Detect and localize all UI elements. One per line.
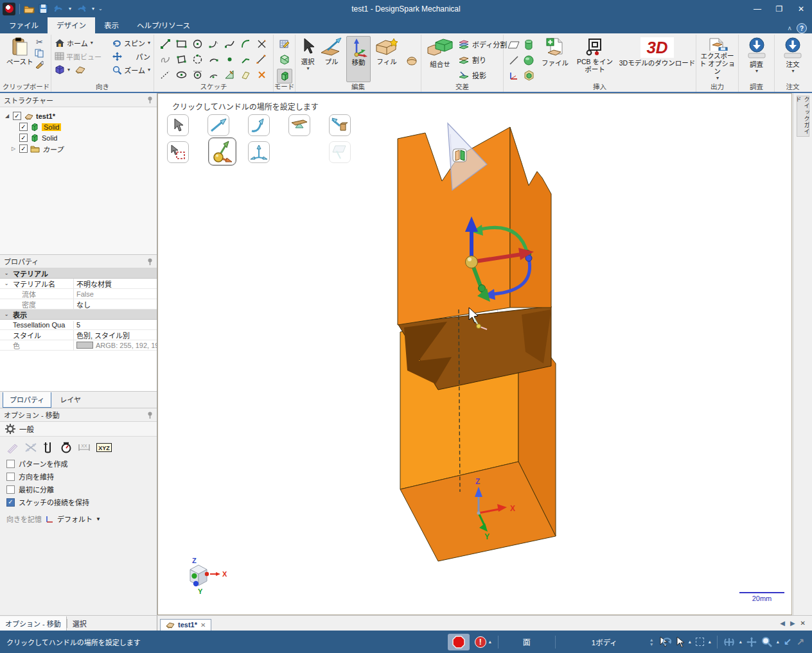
collapsed-icon[interactable]: ▷ (10, 146, 17, 152)
select-cursor-icon[interactable] (676, 636, 684, 647)
dropdown-icon[interactable]: ▼ (96, 516, 101, 522)
three-point-rect-icon[interactable] (173, 52, 189, 67)
project-button[interactable]: 投影 (458, 68, 507, 82)
pin-icon[interactable] (147, 96, 153, 103)
tab-view[interactable]: 表示 (95, 17, 128, 33)
undo-icon[interactable] (52, 4, 65, 13)
pan-tool-icon[interactable] (746, 637, 757, 647)
property-section[interactable]: ⌄ マテリアル (0, 268, 157, 279)
triad-gizmo-button[interactable] (208, 137, 236, 166)
tab-design[interactable]: デザイン (48, 17, 95, 33)
pan-icon[interactable] (112, 52, 122, 61)
rectangle-icon[interactable] (173, 37, 189, 51)
chevron-down-icon[interactable]: ⌄ (0, 311, 13, 317)
sketch-line-icon[interactable] (507, 53, 521, 67)
pan-label[interactable]: パン (136, 51, 150, 62)
pull-button[interactable]: プル (318, 36, 345, 82)
spin-icon[interactable] (112, 39, 122, 48)
close-button[interactable]: ✕ (790, 0, 812, 17)
record-button[interactable] (448, 634, 470, 650)
tab-help[interactable]: ヘルプ/リソース (128, 17, 199, 33)
property-section[interactable]: ⌄ 表示 (0, 309, 157, 320)
zoom-dropdown-icon[interactable]: ▴ (777, 639, 779, 645)
qat-overflow-icon[interactable]: ⌄ (98, 6, 103, 12)
corner-arc-icon[interactable] (238, 37, 253, 51)
zoom-out-arrow-icon[interactable]: ↙ (784, 636, 792, 648)
tab-select[interactable]: 選択 (67, 616, 92, 631)
expanded-icon[interactable]: ◢ (4, 113, 10, 119)
checkbox-checked[interactable]: ✓ (19, 134, 28, 142)
chevron-down-icon[interactable]: ⌄ (0, 281, 13, 286)
view-snapshot-icon[interactable] (75, 65, 86, 74)
select-button[interactable]: 選択 ▾ (299, 36, 317, 82)
spline-icon[interactable] (222, 37, 237, 51)
tab-layers[interactable]: レイヤ (53, 392, 88, 408)
move-direction-button[interactable] (207, 114, 229, 136)
tab-properties[interactable]: プロパティ (3, 392, 51, 408)
precision-gauge-icon[interactable] (60, 442, 72, 453)
point-icon[interactable] (222, 52, 237, 67)
color-swatch[interactable] (76, 342, 93, 349)
model-canvas[interactable]: Z X Y Z X Y クリックしてハンドルの場所を設定します (157, 93, 792, 615)
marquee-dropdown-icon[interactable]: ▴ (709, 639, 711, 645)
orientation-value[interactable]: デフォルト (57, 514, 93, 524)
format-painter-icon[interactable] (35, 60, 44, 69)
move-button[interactable]: 移動 (346, 36, 371, 82)
line-icon[interactable] (157, 37, 173, 51)
property-row[interactable]: ⌄ マテリアル名 不明な材質 (0, 279, 157, 289)
xyz-icon[interactable]: XYZ (96, 443, 112, 452)
sweep-arc-icon[interactable] (206, 52, 221, 67)
property-row[interactable]: 色 ARGB: 255, 192, 192 (0, 340, 157, 351)
trim-icon[interactable] (254, 37, 269, 51)
tangent-arc-icon[interactable] (206, 37, 221, 51)
redo-icon[interactable] (75, 4, 88, 13)
minimize-button[interactable]: — (746, 0, 768, 17)
save-icon[interactable] (39, 4, 48, 13)
home-view-icon[interactable] (55, 39, 65, 48)
pin-icon[interactable] (147, 412, 153, 419)
three-point-circle-icon[interactable] (190, 52, 205, 67)
cursor-dropdown-icon[interactable]: ▴ (689, 639, 691, 645)
copy-icon[interactable] (35, 49, 44, 58)
replace-button[interactable] (403, 36, 421, 82)
checkbox-keep-direction[interactable]: 方向を維持 (0, 470, 157, 483)
tab-next-icon[interactable]: ▶ (790, 620, 795, 627)
axes-icon[interactable] (507, 68, 521, 83)
enclosure-icon[interactable] (522, 68, 536, 83)
split-body-button[interactable]: ボディ分割 (458, 37, 507, 51)
three-axes-button[interactable] (248, 141, 270, 163)
spin-label[interactable]: スピン (124, 38, 145, 48)
checkbox-checked[interactable]: ✓ (13, 112, 21, 120)
select-handle-button[interactable] (167, 114, 189, 136)
split-button[interactable]: 割り (458, 53, 507, 67)
zoom-tool-icon[interactable] (761, 636, 772, 647)
checkbox-checked[interactable]: ✓ (19, 123, 28, 131)
warning-icon[interactable]: ! (475, 636, 486, 648)
select-component-button[interactable] (167, 141, 189, 163)
cut-icon[interactable]: ✂ (35, 37, 44, 47)
spinner-icon[interactable]: ▲▼ (649, 638, 654, 647)
tree-item-curves[interactable]: ▷ ✓ カーブ (4, 143, 157, 154)
construction-line-icon[interactable] (157, 67, 173, 82)
import-pcb-button[interactable]: PCB をインポート (574, 36, 615, 82)
selection-filter-label[interactable]: 面 (505, 636, 549, 647)
property-row[interactable]: Tessellation Qua 5 (0, 320, 157, 330)
arc-center-icon[interactable] (206, 67, 221, 82)
cylinder-icon[interactable] (522, 37, 536, 52)
checkbox-detach-first[interactable]: 最初に分離 (0, 483, 157, 496)
redo-dropdown-icon[interactable]: ▾ (92, 6, 94, 12)
investigate-button[interactable]: 調査 ▾ (742, 36, 771, 82)
delete-sketch-icon[interactable] (254, 67, 269, 82)
undo-cursor-icon[interactable] (658, 636, 671, 647)
fill-button[interactable]: フィル (372, 36, 402, 82)
property-row[interactable]: 密度 なし (0, 299, 157, 309)
order-button[interactable]: 注文 ▾ (778, 36, 808, 82)
tab-close-icon[interactable]: ✕ (800, 620, 806, 627)
plane-icon[interactable] (507, 37, 521, 52)
mirror-plane-icon[interactable] (238, 67, 253, 82)
document-tab-test1[interactable]: test1* ✕ (160, 619, 211, 631)
collapse-ribbon-icon[interactable]: ˄ (788, 25, 791, 32)
sphere-icon[interactable] (522, 53, 536, 67)
circle-icon[interactable] (190, 37, 205, 51)
measure-icon[interactable] (43, 442, 55, 453)
